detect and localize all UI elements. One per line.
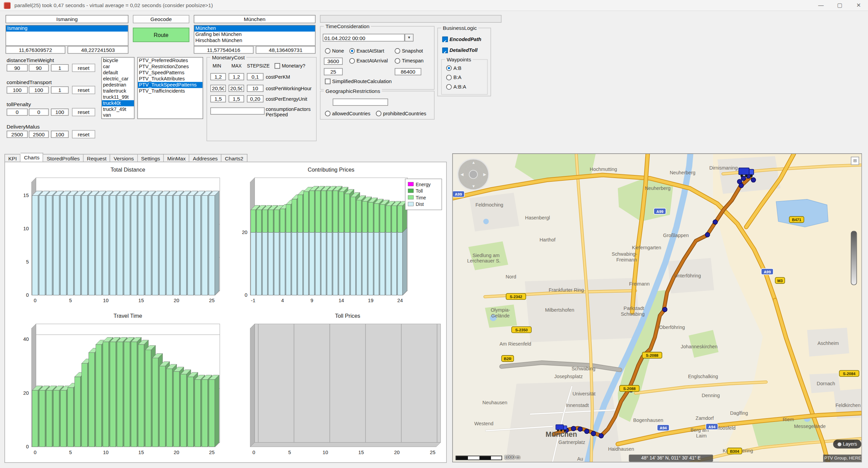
max-input[interactable] [229, 95, 244, 102]
samples-input[interactable] [324, 68, 343, 75]
pan-left-icon[interactable]: ◀ [460, 172, 463, 177]
map-pan-control[interactable]: ▲ ▼ ◀ ▶ [457, 158, 490, 191]
countries-input[interactable] [333, 99, 388, 106]
step-input[interactable] [247, 95, 263, 102]
map-zoom-slider[interactable] [851, 231, 857, 285]
reset-button[interactable]: reset [72, 108, 95, 116]
value-input[interactable] [7, 109, 28, 116]
consumption-factors-input[interactable] [210, 108, 264, 115]
reset-button[interactable]: reset [72, 86, 95, 94]
list-item[interactable]: PTV_PreferredRoutes [138, 58, 203, 64]
value-input[interactable] [29, 64, 49, 71]
timespan-input[interactable] [395, 68, 421, 75]
step-input[interactable] [247, 73, 263, 80]
step-input[interactable] [247, 85, 263, 92]
max-input[interactable] [229, 85, 244, 92]
encoded-path-checkbox[interactable] [442, 37, 448, 42]
vehicle-profile-list[interactable]: bicyclecardefaultelectric_carpedestriant… [101, 57, 135, 119]
list-item[interactable]: van [102, 112, 134, 118]
value-input[interactable] [7, 131, 28, 138]
simplified-route-checkbox[interactable] [325, 79, 330, 84]
list-item[interactable]: München [194, 25, 315, 32]
value-input[interactable] [29, 86, 49, 94]
value-input[interactable] [29, 109, 49, 116]
tab-charts[interactable]: Charts [21, 153, 43, 162]
min-input[interactable] [210, 95, 226, 102]
max-input[interactable] [229, 73, 244, 80]
map-tool-button[interactable]: ⊞ [851, 157, 859, 165]
radio-allowed-countries[interactable] [325, 111, 330, 116]
list-item[interactable]: truck11_99t [102, 94, 134, 100]
tab-charts2[interactable]: Charts2 [222, 154, 248, 162]
destination-latitude-field[interactable] [256, 46, 315, 54]
step-input[interactable] [51, 109, 68, 116]
list-item[interactable]: bicycle [102, 58, 134, 64]
list-item[interactable]: PTV_TruckAttributes [138, 76, 203, 82]
tab-request[interactable]: Request [83, 154, 110, 162]
destination-input[interactable] [194, 15, 315, 23]
minimize-button[interactable]: — [811, 0, 830, 11]
list-item[interactable]: car [102, 64, 134, 70]
pan-knob[interactable] [469, 170, 478, 179]
horizon-input[interactable] [324, 58, 343, 65]
list-item[interactable]: pedestrian [102, 82, 134, 88]
list-item[interactable]: PTV_TrafficIncidents [138, 88, 203, 94]
feature-layer-list[interactable]: PTV_PreferredRoutesPTV_RestrictionZonesP… [137, 57, 203, 119]
min-input[interactable] [210, 73, 226, 80]
radio-waypoints-ba[interactable] [446, 75, 452, 80]
min-input[interactable] [210, 85, 226, 92]
detailed-toll-checkbox[interactable] [442, 47, 448, 53]
destination-results-list[interactable]: MünchenGrafing bei MünchenHirschbach Mün… [194, 25, 315, 46]
radio-exact-at-start[interactable] [349, 48, 355, 54]
value-input[interactable] [29, 131, 49, 138]
tab-settings[interactable]: Settings [138, 154, 164, 162]
tab-versions[interactable]: Versions [110, 154, 138, 162]
map-panel[interactable]: HochmuttingNeuherbergDirnismaningNeuherb… [452, 153, 862, 462]
destination-longitude-field[interactable] [194, 46, 253, 54]
reset-button[interactable]: reset [72, 64, 95, 72]
list-item[interactable]: Grafing bei München [194, 32, 315, 38]
pan-down-icon[interactable]: ▼ [472, 184, 475, 188]
reset-button[interactable]: reset [72, 130, 95, 138]
pan-up-icon[interactable]: ▲ [472, 160, 475, 164]
geocode-button[interactable]: Geocode [133, 15, 190, 23]
step-input[interactable] [51, 64, 68, 71]
tab-storedprofiles[interactable]: StoredProfiles [43, 154, 84, 162]
origin-longitude-field[interactable] [5, 46, 65, 54]
list-item[interactable]: truck40t [102, 100, 134, 106]
list-item[interactable]: PTV_SpeedPatterns [138, 70, 203, 76]
map-canvas[interactable]: HochmuttingNeuherbergDirnismaningNeuherb… [453, 154, 862, 462]
value-input[interactable] [7, 86, 28, 94]
map-layers-button[interactable]: Layers [833, 440, 861, 448]
radio-none[interactable] [325, 48, 330, 54]
origin-input[interactable] [5, 15, 128, 23]
radio-waypoints-ab[interactable] [446, 65, 452, 71]
list-item[interactable]: truck7_49t [102, 106, 134, 112]
value-input[interactable] [7, 64, 28, 71]
tab-addresses[interactable]: Addresses [190, 154, 222, 162]
radio-snapshot[interactable] [395, 48, 400, 54]
pan-right-icon[interactable]: ▶ [483, 172, 486, 177]
origin-latitude-field[interactable] [67, 46, 129, 54]
radio-timespan[interactable] [395, 58, 400, 63]
datetime-dropdown-button[interactable]: ▼ [405, 34, 413, 42]
route-button[interactable]: Route [133, 28, 190, 42]
tab-minmax[interactable]: MinMax [164, 154, 190, 162]
radio-prohibited-countries[interactable] [376, 111, 381, 116]
step-input[interactable] [51, 131, 68, 138]
list-item[interactable]: electric_car [102, 76, 134, 82]
radio-waypoints-aba[interactable] [446, 84, 452, 90]
maximize-button[interactable]: ▢ [830, 0, 849, 11]
list-item[interactable]: PTV_TruckSpeedPatterns [138, 82, 203, 88]
monetary-checkbox[interactable] [275, 63, 280, 69]
radio-exact-at-arrival[interactable] [349, 58, 355, 63]
list-item[interactable]: Ismaning [6, 25, 128, 32]
origin-results-list[interactable]: Ismaning [5, 25, 128, 46]
list-item[interactable]: trailertruck [102, 88, 134, 94]
list-item[interactable]: default [102, 70, 134, 76]
datetime-picker[interactable] [323, 34, 405, 42]
tab-kpi[interactable]: KPI [4, 154, 21, 162]
list-item[interactable]: Hirschbach München [194, 38, 315, 44]
list-item[interactable]: PTV_RestrictionZones [138, 64, 203, 70]
close-button[interactable]: ✕ [849, 0, 868, 11]
